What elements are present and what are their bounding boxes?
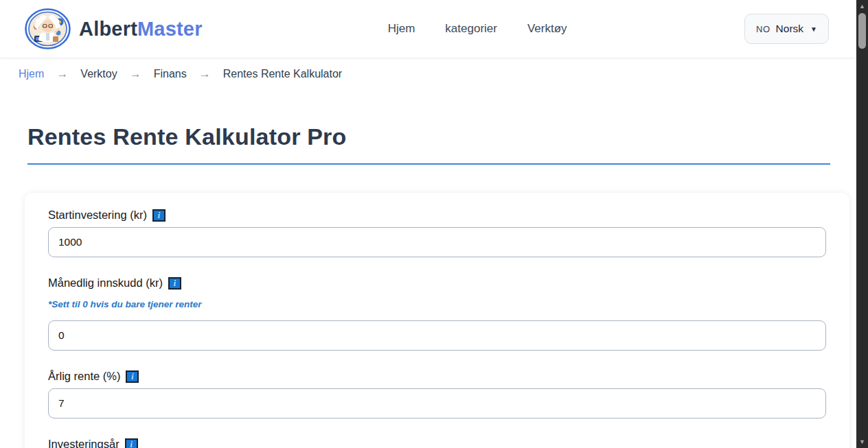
scroll-up-icon[interactable]: ▲	[856, 1, 868, 12]
arrow-right-icon: →	[199, 67, 211, 81]
info-icon[interactable]: i	[125, 438, 138, 448]
info-icon[interactable]: i	[168, 277, 181, 290]
main-nav: Hjem kategorier Verktøy	[388, 22, 567, 36]
main-content: Rentes Rente Kalkulator Pro Startinveste…	[0, 123, 856, 448]
breadcrumb-item-current: Rentes Rente Kalkulator	[223, 68, 342, 80]
field-investment-years: Investeringsår i	[48, 438, 826, 448]
page-content: AlbertMaster Hjem kategorier Verktøy NO …	[0, 0, 856, 448]
nav-link-home[interactable]: Hjem	[388, 22, 415, 36]
monthly-deposit-label: Månedlig innskudd (kr)	[48, 276, 163, 290]
field-monthly-deposit: Månedlig innskudd (kr) i *Sett til 0 hvi…	[48, 276, 826, 351]
start-investment-input[interactable]	[48, 227, 826, 257]
arrow-right-icon: →	[130, 67, 141, 81]
field-annual-interest: Årlig rente (%) i	[48, 370, 826, 418]
brand-wordmark: AlbertMaster	[79, 18, 203, 40]
start-investment-label: Startinvestering (kr)	[48, 209, 147, 222]
scrollbar-thumb[interactable]	[858, 13, 866, 49]
arrow-right-icon: →	[56, 67, 68, 81]
browser-viewport: AlbertMaster Hjem kategorier Verktøy NO …	[0, 0, 868, 448]
scroll-down-icon[interactable]: ▼	[856, 436, 868, 447]
language-name: Norsk	[776, 23, 803, 35]
vertical-scrollbar[interactable]: ▲ ▼	[856, 0, 868, 448]
info-icon[interactable]: i	[152, 209, 165, 222]
nav-link-categories[interactable]: kategorier	[445, 22, 497, 36]
page-title: Rentes Rente Kalkulator Pro	[27, 123, 829, 150]
investment-years-label: Investeringsår	[48, 438, 119, 448]
caret-down-icon: ▼	[810, 25, 817, 33]
monthly-deposit-input[interactable]	[48, 320, 826, 351]
calculator-card: Startinvestering (kr) i Månedlig innskud…	[25, 193, 849, 448]
breadcrumb-item-tools: Verktoy	[80, 68, 117, 80]
field-start-investment: Startinvestering (kr) i	[48, 209, 826, 257]
monthly-deposit-note: *Sett til 0 hvis du bare tjener renter	[48, 299, 826, 309]
title-divider	[27, 163, 830, 165]
breadcrumb-item-finance: Finans	[154, 68, 187, 80]
annual-interest-label: Årlig rente (%)	[48, 370, 120, 383]
albert-mascot-icon	[25, 8, 71, 49]
annual-interest-input[interactable]	[48, 388, 826, 418]
site-header: AlbertMaster Hjem kategorier Verktøy NO …	[0, 0, 856, 58]
language-code: NO	[756, 24, 770, 34]
nav-link-tools[interactable]: Verktøy	[527, 22, 567, 36]
brand-logo-link[interactable]: AlbertMaster	[25, 8, 203, 49]
info-icon[interactable]: i	[126, 370, 139, 383]
language-selector[interactable]: NO Norsk ▼	[744, 14, 829, 44]
brand-primary-text: Albert	[79, 18, 137, 40]
breadcrumb: Hjem → Verktoy → Finans → Rentes Rente K…	[0, 58, 856, 90]
brand-secondary-text: Master	[137, 18, 203, 40]
breadcrumb-item-home[interactable]: Hjem	[19, 68, 44, 80]
